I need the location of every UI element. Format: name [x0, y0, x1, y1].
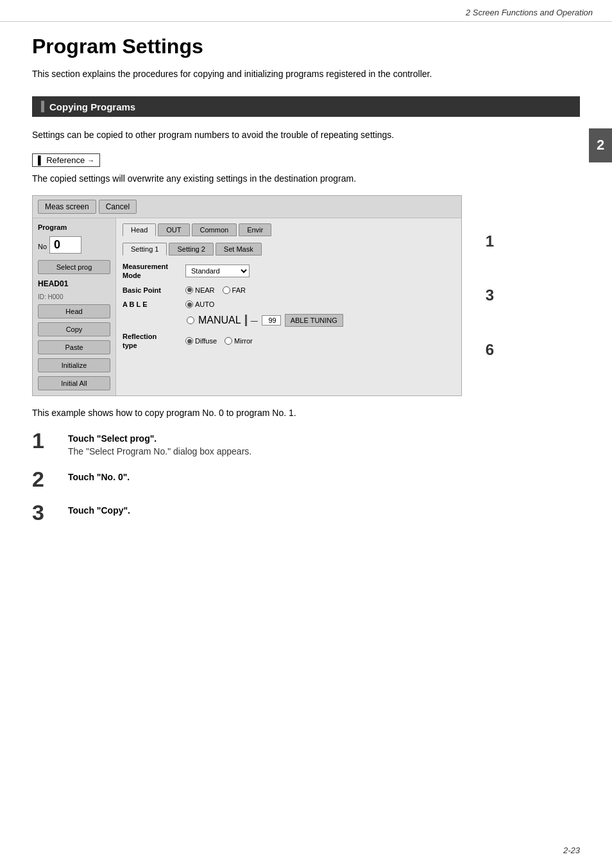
select-prog-button[interactable]: Select prog: [38, 260, 110, 274]
manual-bar: [245, 315, 247, 326]
copy-button[interactable]: Copy: [38, 322, 110, 336]
program-label: Program: [38, 223, 110, 231]
reflection-radio-group: Diffuse Mirror: [185, 337, 253, 345]
reference-arrow: →: [87, 157, 94, 164]
program-no: 0: [49, 236, 81, 254]
subtab-set-mask[interactable]: Set Mask: [216, 243, 262, 256]
measurement-mode-label: MeasurementMode: [123, 262, 180, 281]
far-radio[interactable]: [223, 286, 230, 294]
near-radio[interactable]: [185, 286, 193, 294]
manual-dash: —: [251, 317, 258, 324]
ui-content-area: Head OUT Common Envir Setting 1 Setting …: [116, 218, 461, 395]
step-1-desc: The "Select Program No." dialog box appe…: [68, 446, 251, 456]
initialize-button[interactable]: Initialize: [38, 358, 110, 372]
subtab-setting1[interactable]: Setting 1: [123, 243, 167, 256]
far-label: FAR: [232, 286, 246, 294]
diffuse-radio[interactable]: [185, 337, 193, 345]
reference-box: ▌ Reference →: [32, 153, 100, 167]
near-radio-item: NEAR: [185, 286, 215, 294]
step-1-content: Touch "Select prog". The "Select Program…: [68, 430, 251, 456]
ui-toolbar: Meas screen Cancel: [33, 196, 461, 218]
far-radio-item: FAR: [223, 286, 246, 294]
head-label: HEAD01: [38, 278, 110, 290]
able-label: A B L E: [123, 300, 180, 309]
step-2-number: 2: [32, 468, 58, 490]
step-3-title: Touch "Copy".: [68, 505, 130, 516]
reference-icon: ▌: [38, 155, 44, 165]
ui-screenshot: Meas screen Cancel Program No 0 Select p…: [32, 195, 462, 396]
page-title: Program Settings: [32, 35, 580, 58]
side-number-3: 3: [486, 288, 494, 303]
tab-envir[interactable]: Envir: [239, 223, 271, 236]
meas-screen-button[interactable]: Meas screen: [38, 200, 96, 214]
step-1-number: 1: [32, 430, 58, 451]
id-label: ID: H000: [38, 293, 110, 300]
ui-side-numbers: 1 3 6: [486, 195, 494, 396]
step-3-content: Touch "Copy".: [68, 501, 130, 518]
head-button[interactable]: Head: [38, 304, 110, 318]
tab-head[interactable]: Head: [123, 223, 156, 236]
manual-row: MANUAL — 99 ABLE TUNING: [123, 314, 455, 327]
cancel-button[interactable]: Cancel: [99, 200, 137, 214]
basic-point-label: Basic Point: [123, 286, 180, 295]
mirror-radio[interactable]: [225, 337, 232, 345]
side-number-1: 1: [486, 234, 494, 249]
step-3: 3 Touch "Copy".: [32, 501, 580, 523]
reflection-row: Reflectiontype Diffuse Mirror: [123, 332, 455, 351]
paste-button[interactable]: Paste: [38, 340, 110, 354]
sub-tabs: Setting 1 Setting 2 Set Mask: [123, 243, 455, 256]
manual-value[interactable]: 99: [262, 315, 281, 326]
diffuse-label: Diffuse: [195, 337, 217, 345]
page-footer: 2-23: [563, 846, 580, 855]
step-2-content: Touch "No. 0".: [68, 468, 130, 485]
near-label: NEAR: [195, 286, 215, 294]
page-content: Program Settings This section explains t…: [0, 22, 612, 542]
near-radio-dot: [187, 288, 192, 292]
chapter-tab: 2: [589, 128, 612, 162]
copied-note: The copied settings will overwrite any e…: [32, 173, 580, 184]
section-bar: [41, 101, 44, 112]
step-3-number: 3: [32, 501, 58, 523]
step-2: 2 Touch "No. 0".: [32, 468, 580, 490]
subtab-setting2[interactable]: Setting 2: [169, 243, 213, 256]
ui-screenshot-wrapper: Meas screen Cancel Program No 0 Select p…: [32, 195, 494, 396]
auto-label: AUTO: [195, 300, 214, 308]
no-label: No: [38, 243, 47, 250]
diffuse-radio-item: Diffuse: [185, 337, 217, 345]
ui-sidebar: Program No 0 Select prog HEAD01 ID: H000…: [33, 218, 116, 395]
manual-label: MANUAL: [198, 315, 241, 326]
steps-container: 1 Touch "Select prog". The "Select Progr…: [32, 430, 580, 523]
able-tuning-button[interactable]: ABLE TUNING: [285, 314, 343, 327]
reflection-label: Reflectiontype: [123, 332, 180, 351]
auto-radio-item: AUTO: [185, 300, 214, 308]
ui-main: Program No 0 Select prog HEAD01 ID: H000…: [33, 218, 461, 395]
page-description: This section explains the procedures for…: [32, 67, 580, 81]
manual-radio[interactable]: [187, 317, 194, 324]
page-number: 2-23: [563, 846, 580, 855]
tab-out[interactable]: OUT: [158, 223, 189, 236]
mirror-radio-item: Mirror: [225, 337, 253, 345]
section-title: Copying Programs: [49, 101, 135, 112]
basic-point-radio-group: NEAR FAR: [185, 286, 246, 294]
measurement-mode-row: MeasurementMode Standard: [123, 262, 455, 281]
initial-all-button[interactable]: Initial All: [38, 376, 110, 390]
chapter-title: 2 Screen Functions and Operation: [466, 8, 593, 17]
chapter-header: 2 Screen Functions and Operation: [0, 0, 612, 22]
main-tabs: Head OUT Common Envir: [123, 223, 455, 236]
able-radio-group: AUTO: [185, 300, 214, 308]
measurement-mode-select[interactable]: Standard: [185, 265, 250, 277]
side-number-6: 6: [486, 342, 494, 358]
step-1-title: Touch "Select prog".: [68, 433, 251, 444]
auto-radio-dot: [187, 302, 192, 307]
step-1: 1 Touch "Select prog". The "Select Progr…: [32, 430, 580, 456]
step-2-title: Touch "No. 0".: [68, 472, 130, 482]
tab-common[interactable]: Common: [192, 223, 237, 236]
example-note: This example shows how to copy program N…: [32, 408, 580, 418]
reference-label: Reference: [46, 155, 85, 165]
section-header: Copying Programs: [32, 96, 580, 117]
auto-radio[interactable]: [185, 300, 193, 308]
section-desc: Settings can be copied to other program …: [32, 128, 580, 142]
basic-point-row: Basic Point NEAR FAR: [123, 286, 455, 295]
diffuse-radio-dot: [187, 339, 192, 343]
mirror-label: Mirror: [234, 337, 253, 345]
